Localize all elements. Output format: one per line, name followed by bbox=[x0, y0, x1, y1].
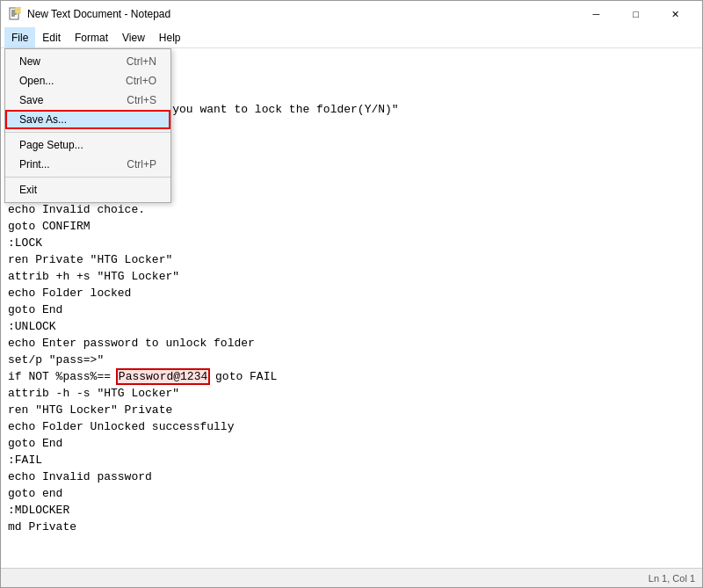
menu-print-label: Print... bbox=[19, 158, 50, 171]
line-10: echo Invalid choice. bbox=[8, 202, 695, 219]
line-22: ren "HTG Locker" Private bbox=[8, 403, 695, 419]
line-11: goto CONFIRM bbox=[8, 219, 695, 236]
notepad-window: New Text Document - Notepad ─ □ ✕ File E… bbox=[0, 0, 703, 588]
line-21: attrib -h -s "HTG Locker" bbox=[8, 386, 695, 403]
line-19: set/p "pass=>" bbox=[8, 352, 695, 369]
status-bar: Ln 1, Col 1 bbox=[1, 568, 702, 587]
notepad-icon bbox=[8, 7, 22, 21]
menu-pagesetup-label: Page Setup... bbox=[19, 139, 83, 151]
menu-open-label: Open... bbox=[19, 75, 54, 87]
line-18: echo Enter password to unlock folder bbox=[8, 336, 695, 352]
menu-save-label: Save bbox=[19, 94, 43, 106]
close-button[interactable]: ✕ bbox=[656, 1, 695, 27]
file-dropdown: New Ctrl+N Open... Ctrl+O Save Ctrl+S Sa… bbox=[4, 48, 171, 203]
menu-exit[interactable]: Exit bbox=[5, 180, 170, 200]
menu-saveas-label: Save As... bbox=[19, 113, 67, 126]
menu-view[interactable]: View bbox=[115, 27, 152, 47]
menu-format[interactable]: Format bbox=[68, 27, 115, 47]
line-16: goto End bbox=[8, 302, 695, 319]
line-12: :LOCK bbox=[8, 236, 695, 252]
menu-new-label: New bbox=[19, 55, 40, 68]
menu-new-shortcut: Ctrl+N bbox=[127, 55, 156, 68]
password-highlight: Password@1234 bbox=[118, 370, 208, 383]
menu-edit[interactable]: Edit bbox=[35, 27, 68, 47]
window-controls: ─ □ ✕ bbox=[576, 1, 695, 27]
line-25: :FAIL bbox=[8, 453, 695, 469]
line-17: :UNLOCK bbox=[8, 319, 695, 336]
svg-rect-6 bbox=[15, 7, 20, 13]
menu-help[interactable]: Help bbox=[152, 27, 188, 47]
line-13: ren Private "HTG Locker" bbox=[8, 252, 695, 269]
menu-exit-label: Exit bbox=[19, 184, 37, 196]
line-29: md Private bbox=[8, 519, 695, 536]
maximize-button[interactable]: □ bbox=[616, 1, 656, 27]
menu-saveas[interactable]: Save As... bbox=[5, 110, 170, 129]
line-14: attrib +h +s "HTG Locker" bbox=[8, 269, 695, 286]
title-bar: New Text Document - Notepad ─ □ ✕ bbox=[1, 1, 702, 27]
separator-1 bbox=[5, 132, 170, 133]
menu-print[interactable]: Print... Ctrl+P bbox=[5, 155, 170, 174]
menu-new[interactable]: New Ctrl+N bbox=[5, 52, 170, 71]
window-title: New Text Document - Notepad bbox=[27, 8, 576, 20]
cursor-position: Ln 1, Col 1 bbox=[649, 573, 695, 584]
menu-save-shortcut: Ctrl+S bbox=[127, 94, 156, 106]
line-24: goto End bbox=[8, 436, 695, 453]
minimize-button[interactable]: ─ bbox=[576, 1, 616, 27]
separator-2 bbox=[5, 177, 170, 178]
menu-pagesetup[interactable]: Page Setup... bbox=[5, 135, 170, 155]
line-15: echo Folder locked bbox=[8, 286, 695, 302]
menu-print-shortcut: Ctrl+P bbox=[127, 158, 156, 171]
line-28: :MDLOCKER bbox=[8, 503, 695, 519]
line-26: echo Invalid password bbox=[8, 469, 695, 486]
menu-open-shortcut: Ctrl+O bbox=[126, 75, 156, 87]
menu-bar: File Edit Format View Help New Ctrl+N Op… bbox=[1, 27, 702, 48]
line-27: goto end bbox=[8, 486, 695, 503]
line-23: echo Folder Unlocked successfully bbox=[8, 419, 695, 436]
menu-open[interactable]: Open... Ctrl+O bbox=[5, 71, 170, 91]
line-20: if NOT %pass%== Password@1234 goto FAIL bbox=[8, 369, 695, 386]
menu-file[interactable]: File bbox=[4, 27, 35, 47]
menu-save[interactable]: Save Ctrl+S bbox=[5, 91, 170, 110]
